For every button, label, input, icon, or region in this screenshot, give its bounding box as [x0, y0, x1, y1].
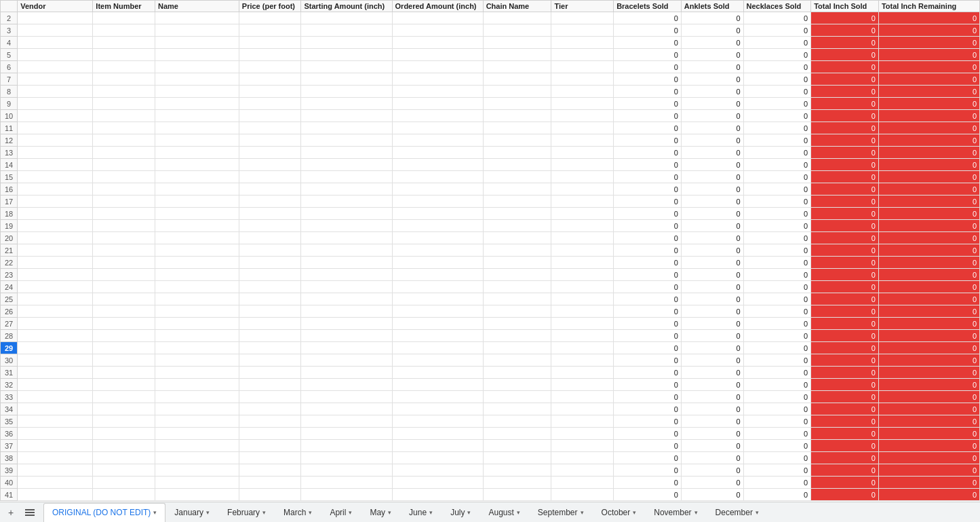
cell-total-inch-sold[interactable]: 0 [811, 73, 879, 86]
cell-total-inch-sold[interactable]: 0 [811, 403, 879, 415]
cell-anklets-sold[interactable]: 0 [681, 305, 743, 318]
cell-tier[interactable] [551, 147, 614, 159]
cell-necklaces-sold[interactable]: 0 [743, 86, 811, 98]
cell-name[interactable] [155, 342, 239, 354]
tab-dropdown-arrow-icon[interactable]: ▾ [153, 509, 157, 516]
cell-item-number[interactable] [93, 244, 155, 257]
table-row[interactable]: 2700000 [1, 318, 980, 330]
tab-dropdown-arrow-icon[interactable]: ▾ [262, 509, 266, 516]
cell-anklets-sold[interactable]: 0 [681, 428, 743, 440]
cell-total-inch-sold[interactable]: 0 [811, 86, 879, 98]
table-row[interactable]: 1500000 [1, 171, 980, 183]
cell-name[interactable] [155, 37, 239, 49]
cell-total-inch-sold[interactable]: 0 [811, 37, 879, 49]
cell-total-inch-sold[interactable]: 0 [811, 293, 879, 305]
cell-total-inch-remaining[interactable]: 0 [878, 37, 979, 49]
cell-necklaces-sold[interactable]: 0 [743, 305, 811, 318]
cell-name[interactable] [155, 367, 239, 379]
tab-dropdown-arrow-icon[interactable]: ▾ [206, 509, 210, 516]
cell-price[interactable] [239, 86, 301, 98]
cell-starting-amount[interactable] [301, 354, 392, 367]
cell-name[interactable] [155, 415, 239, 428]
cell-starting-amount[interactable] [301, 134, 392, 147]
table-row[interactable]: 300000 [1, 24, 980, 37]
cell-price[interactable] [239, 24, 301, 37]
sheet-tab-original-do-not-edit[interactable]: ORIGINAL (DO NOT EDIT)▾ [43, 503, 165, 522]
cell-price[interactable] [239, 428, 301, 440]
cell-anklets-sold[interactable]: 0 [681, 24, 743, 37]
cell-ordered-amount[interactable] [392, 24, 483, 37]
cell-ordered-amount[interactable] [392, 452, 483, 464]
cell-anklets-sold[interactable]: 0 [681, 208, 743, 220]
cell-bracelets-sold[interactable]: 0 [614, 183, 682, 195]
cell-starting-amount[interactable] [301, 415, 392, 428]
cell-ordered-amount[interactable] [392, 122, 483, 134]
cell-price[interactable] [239, 318, 301, 330]
cell-necklaces-sold[interactable]: 0 [743, 122, 811, 134]
cell-total-inch-remaining[interactable]: 0 [878, 391, 979, 403]
cell-starting-amount[interactable] [301, 318, 392, 330]
cell-bracelets-sold[interactable]: 0 [614, 110, 682, 122]
cell-necklaces-sold[interactable]: 0 [743, 318, 811, 330]
cell-total-inch-remaining[interactable]: 0 [878, 110, 979, 122]
cell-necklaces-sold[interactable]: 0 [743, 171, 811, 183]
cell-tier[interactable] [551, 403, 614, 415]
cell-item-number[interactable] [93, 318, 155, 330]
cell-total-inch-remaining[interactable]: 0 [878, 440, 979, 452]
table-row[interactable]: 400000 [1, 37, 980, 49]
cell-total-inch-remaining[interactable]: 0 [878, 257, 979, 269]
cell-total-inch-remaining[interactable]: 0 [878, 403, 979, 415]
cell-tier[interactable] [551, 452, 614, 464]
cell-ordered-amount[interactable] [392, 257, 483, 269]
cell-tier[interactable] [551, 159, 614, 171]
cell-tier[interactable] [551, 428, 614, 440]
cell-bracelets-sold[interactable]: 0 [614, 477, 682, 489]
cell-tier[interactable] [551, 305, 614, 318]
table-row[interactable]: 2800000 [1, 330, 980, 342]
cell-ordered-amount[interactable] [392, 330, 483, 342]
cell-ordered-amount[interactable] [392, 232, 483, 244]
cell-total-inch-remaining[interactable]: 0 [878, 159, 979, 171]
tab-dropdown-arrow-icon[interactable]: ▾ [467, 509, 471, 516]
cell-anklets-sold[interactable]: 0 [681, 183, 743, 195]
cell-anklets-sold[interactable]: 0 [681, 232, 743, 244]
cell-necklaces-sold[interactable]: 0 [743, 379, 811, 391]
cell-tier[interactable] [551, 464, 614, 477]
cell-name[interactable] [155, 147, 239, 159]
cell-total-inch-sold[interactable]: 0 [811, 281, 879, 293]
cell-total-inch-sold[interactable]: 0 [811, 342, 879, 354]
cell-necklaces-sold[interactable]: 0 [743, 37, 811, 49]
cell-anklets-sold[interactable]: 0 [681, 379, 743, 391]
cell-item-number[interactable] [93, 269, 155, 281]
cell-starting-amount[interactable] [301, 220, 392, 232]
cell-bracelets-sold[interactable]: 0 [614, 61, 682, 73]
cell-tier[interactable] [551, 37, 614, 49]
sheet-tab-february[interactable]: February▾ [218, 503, 275, 522]
cell-ordered-amount[interactable] [392, 49, 483, 61]
cell-chain-name[interactable] [483, 12, 551, 24]
cell-total-inch-sold[interactable]: 0 [811, 269, 879, 281]
cell-name[interactable] [155, 73, 239, 86]
cell-name[interactable] [155, 318, 239, 330]
cell-necklaces-sold[interactable]: 0 [743, 293, 811, 305]
cell-vendor[interactable] [18, 24, 93, 37]
cell-tier[interactable] [551, 183, 614, 195]
cell-item-number[interactable] [93, 122, 155, 134]
cell-vendor[interactable] [18, 159, 93, 171]
cell-tier[interactable] [551, 110, 614, 122]
cell-price[interactable] [239, 159, 301, 171]
cell-total-inch-sold[interactable]: 0 [811, 208, 879, 220]
cell-item-number[interactable] [93, 208, 155, 220]
cell-total-inch-remaining[interactable]: 0 [878, 195, 979, 208]
cell-total-inch-remaining[interactable]: 0 [878, 428, 979, 440]
cell-total-inch-remaining[interactable]: 0 [878, 489, 979, 501]
cell-starting-amount[interactable] [301, 342, 392, 354]
cell-item-number[interactable] [93, 110, 155, 122]
sheet-tab-october[interactable]: October▾ [593, 503, 646, 522]
cell-item-number[interactable] [93, 12, 155, 24]
cell-bracelets-sold[interactable]: 0 [614, 159, 682, 171]
cell-bracelets-sold[interactable]: 0 [614, 24, 682, 37]
cell-total-inch-remaining[interactable]: 0 [878, 49, 979, 61]
cell-total-inch-sold[interactable]: 0 [811, 134, 879, 147]
cell-ordered-amount[interactable] [392, 208, 483, 220]
